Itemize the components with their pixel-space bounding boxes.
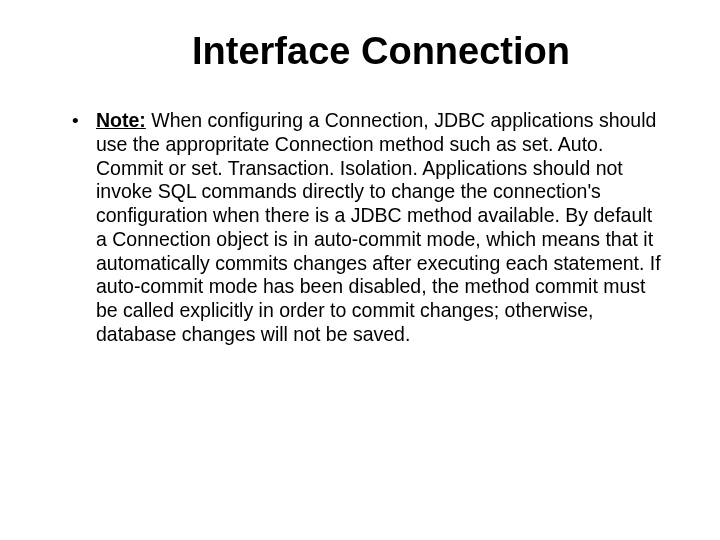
body-text: When configuring a Connection, JDBC appl…: [96, 109, 661, 345]
bullet-item: Note: When configuring a Connection, JDB…: [72, 109, 664, 347]
page-title: Interface Connection: [48, 30, 672, 73]
bullet-list: Note: When configuring a Connection, JDB…: [48, 109, 672, 347]
note-label: Note:: [96, 109, 146, 131]
slide: Interface Connection Note: When configur…: [0, 0, 720, 540]
